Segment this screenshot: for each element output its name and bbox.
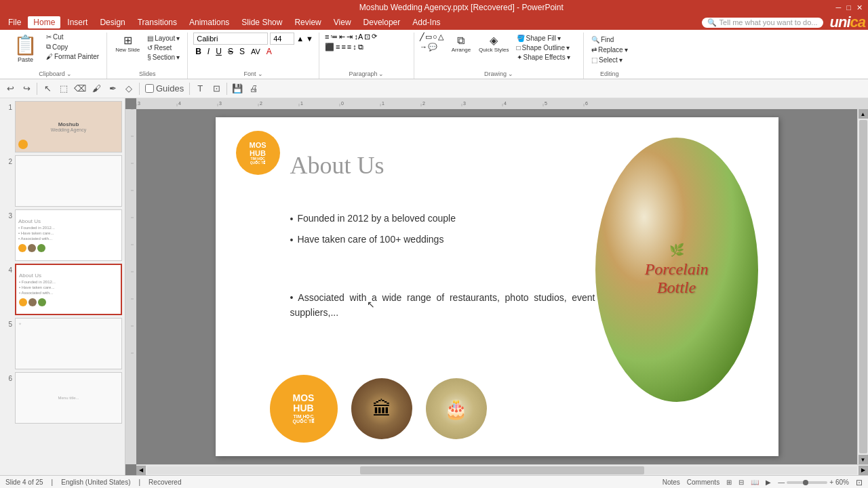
cursor-button[interactable]: ↖ xyxy=(40,81,55,96)
slide-1[interactable]: Moshub Wedding Agency xyxy=(15,101,122,152)
italic-button[interactable]: I xyxy=(205,46,212,57)
hscroll-thumb[interactable] xyxy=(360,466,644,474)
font-size-input[interactable]: 44 xyxy=(270,33,294,45)
redo-button[interactable]: ↪ xyxy=(19,81,34,96)
zoom-fit-button[interactable]: ⊡ xyxy=(209,81,224,96)
menu-review[interactable]: Review xyxy=(289,16,326,28)
slide-sorter-button[interactable]: ⊟ xyxy=(738,479,744,486)
maximize-btn[interactable]: □ xyxy=(846,3,851,12)
zoom-thumb[interactable] xyxy=(803,480,808,485)
strikethrough-button[interactable]: S xyxy=(226,46,235,57)
font-size-up-icon[interactable]: ▲ xyxy=(296,35,304,43)
menu-slideshow[interactable]: Slide Show xyxy=(236,16,288,28)
char-spacing-button[interactable]: AV xyxy=(249,47,262,56)
quick-styles-button[interactable]: ◈ Quick Styles xyxy=(476,33,511,54)
select-button[interactable]: ⬚ Select ▾ xyxy=(589,56,625,64)
align-center-button[interactable]: ≡ xyxy=(336,43,340,52)
numbered-list-button[interactable]: ≔ xyxy=(330,33,338,41)
layout-button[interactable]: ▤ Layout ▾ xyxy=(145,34,182,43)
shape-callout-icon[interactable]: 💬 xyxy=(428,43,437,52)
paintbrush-button[interactable]: 🖌 xyxy=(89,81,104,96)
save-button[interactable]: 💾 xyxy=(230,81,245,96)
close-btn[interactable]: ✕ xyxy=(856,3,863,12)
pen-button[interactable]: ✒ xyxy=(105,81,120,96)
slide-canvas[interactable]: MOS HUB TIM HỌCQUỐC TẾ About Us • Founde… xyxy=(136,109,857,464)
slide-5[interactable]: ✦ xyxy=(15,318,122,369)
slide-3[interactable]: About Us • Founded in 2012...• Have take… xyxy=(15,209,122,261)
shadow-button[interactable]: S xyxy=(237,46,247,57)
comments-button[interactable]: Comments xyxy=(687,479,719,486)
shape-effects-button[interactable]: ✦ Shape Effects ▾ xyxy=(515,53,572,62)
text-box-button[interactable]: T xyxy=(193,81,208,96)
slide-show-button[interactable]: ▶ xyxy=(766,479,771,486)
reset-button[interactable]: ↺ Reset xyxy=(145,43,182,52)
zoom-in-button[interactable]: + xyxy=(829,479,833,486)
columns-button[interactable]: ⧉ xyxy=(358,43,363,52)
text-direction-button[interactable]: ↕A xyxy=(354,33,363,41)
paragraph-expand-icon[interactable]: ⌄ xyxy=(378,70,384,77)
shape-circle-icon[interactable]: ○ xyxy=(433,33,437,41)
notes-button[interactable]: Notes xyxy=(663,479,680,486)
new-slide-button[interactable]: ⊞ New Slide xyxy=(113,33,142,54)
zoom-track[interactable] xyxy=(787,481,827,484)
shapes-button[interactable]: ◇ xyxy=(121,81,136,96)
slide-title[interactable]: About Us xyxy=(290,151,384,180)
select-tool-button[interactable]: ⬚ xyxy=(56,81,71,96)
font-size-down-icon[interactable]: ▼ xyxy=(306,35,313,43)
justify-button[interactable]: ≡ xyxy=(347,43,351,52)
menu-insert[interactable]: Insert xyxy=(62,16,93,28)
bullet-list-button[interactable]: ≡ xyxy=(325,33,329,41)
scroll-right-button[interactable]: ▶ xyxy=(859,466,868,475)
format-painter-button[interactable]: 🖌 Format Painter xyxy=(44,52,101,61)
titlebar-controls[interactable]: ─ □ ✕ xyxy=(836,3,863,12)
reading-view-button[interactable]: 📖 xyxy=(751,479,759,486)
eraser-button[interactable]: ⌫ xyxy=(73,81,87,96)
scroll-left-button[interactable]: ◀ xyxy=(136,466,146,475)
drawing-expand-icon[interactable]: ⌄ xyxy=(508,70,513,77)
underline-button[interactable]: U xyxy=(214,46,224,57)
zoom-out-button[interactable]: — xyxy=(778,479,785,486)
cut-button[interactable]: ✂ Cut xyxy=(44,33,101,41)
shape-outline-button[interactable]: □ Shape Outline ▾ xyxy=(515,43,572,52)
scroll-thumb[interactable] xyxy=(859,120,867,453)
menu-file[interactable]: File xyxy=(3,16,26,28)
replace-button[interactable]: ⇄ Replace ▾ xyxy=(589,45,630,54)
slide-body-text[interactable]: • Associated with a wide range of restau… xyxy=(290,290,595,321)
slide-2[interactable] xyxy=(15,155,122,207)
minimize-btn[interactable]: ─ xyxy=(836,3,842,12)
menu-design[interactable]: Design xyxy=(94,16,130,28)
menu-home[interactable]: Home xyxy=(28,16,60,28)
undo-button[interactable]: ↩ xyxy=(3,81,18,96)
align-text-button[interactable]: ⊡ xyxy=(364,33,370,41)
decrease-indent-button[interactable]: ⇤ xyxy=(339,33,345,41)
fit-slide-button[interactable]: ⊡ xyxy=(856,478,863,487)
font-expand-icon[interactable]: ⌄ xyxy=(258,70,263,77)
slide-4[interactable]: About Us • Founded in 2012...• Have take… xyxy=(15,264,122,315)
arrange-button[interactable]: ⧉ Arrange xyxy=(449,33,473,54)
bold-button[interactable]: B xyxy=(193,46,203,57)
print-button[interactable]: 🖨 xyxy=(246,81,261,96)
menu-addins[interactable]: Add-Ins xyxy=(407,16,446,28)
menu-transitions[interactable]: Transitions xyxy=(132,16,182,28)
normal-view-button[interactable]: ⊞ xyxy=(726,479,732,486)
font-color-button[interactable]: A xyxy=(264,46,274,57)
guides-check[interactable] xyxy=(145,84,154,93)
increase-indent-button[interactable]: ⇥ xyxy=(347,33,353,41)
slide-6[interactable]: Menu title... xyxy=(15,372,122,424)
menu-animations[interactable]: Animations xyxy=(184,16,235,28)
line-spacing-button[interactable]: ↕ xyxy=(353,43,357,52)
shape-fill-button[interactable]: 🪣 Shape Fill ▾ xyxy=(515,34,572,43)
menu-developer[interactable]: Developer xyxy=(358,16,406,28)
zoom-slider[interactable]: — + 60% xyxy=(778,479,849,486)
convert-smartart-button[interactable]: ⟳ xyxy=(372,33,377,41)
horizontal-scrollbar[interactable]: ◀ ▶ xyxy=(136,464,868,475)
scroll-up-button[interactable]: ▲ xyxy=(859,109,868,119)
menu-view[interactable]: View xyxy=(328,16,357,28)
section-button[interactable]: § Section ▾ xyxy=(145,53,182,62)
copy-button[interactable]: ⧉ Copy xyxy=(44,42,101,52)
shape-rect-icon[interactable]: ▭ xyxy=(425,33,432,41)
clipboard-expand-icon[interactable]: ⌄ xyxy=(66,70,72,77)
align-right-button[interactable]: ≡ xyxy=(341,43,345,52)
shape-arrow-icon[interactable]: → xyxy=(420,43,427,52)
font-name-input[interactable]: Calibri xyxy=(193,33,268,45)
